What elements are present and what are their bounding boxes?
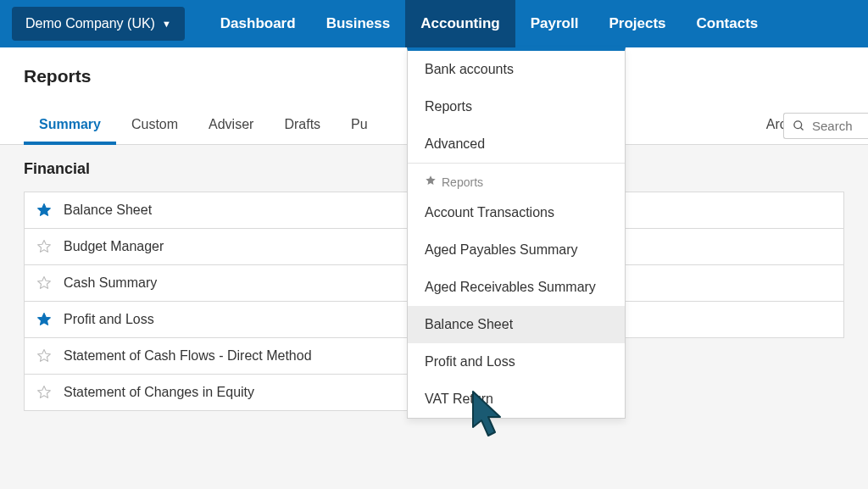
dropdown-item[interactable]: Aged Receivables Summary [408,269,625,306]
report-label: Statement of Cash Flows - Direct Method [64,348,312,364]
search-input[interactable] [812,119,860,133]
nav-dashboard[interactable]: Dashboard [205,0,311,47]
report-label: Cash Summary [64,275,157,291]
caret-down-icon: ▼ [162,19,171,29]
tab-drafts[interactable]: Drafts [269,108,336,144]
star-icon[interactable] [36,385,52,400]
search-icon [793,119,805,132]
tab-published[interactable]: Pu [336,108,383,144]
search-box[interactable] [783,113,868,139]
report-row[interactable]: Budget Manager [24,228,430,265]
svg-line-1 [800,127,803,130]
report-label: Budget Manager [64,239,164,254]
nav-business[interactable]: Business [311,0,406,47]
tab-summary[interactable]: Summary [24,108,116,144]
star-icon[interactable] [36,275,52,291]
dropdown-section-header: Reports [408,163,625,194]
report-label: Statement of Changes in Equity [64,385,254,400]
org-switcher[interactable]: Demo Company (UK) ▼ [12,7,185,41]
dropdown-item[interactable]: Profit and Loss [408,343,625,381]
accounting-dropdown: Bank accountsReportsAdvancedReportsAccou… [407,47,626,419]
dropdown-item[interactable]: VAT Return [408,381,625,418]
dropdown-item[interactable]: Bank accounts [408,51,625,88]
top-nav: Demo Company (UK) ▼ Dashboard Business A… [0,0,868,47]
star-icon[interactable] [36,348,52,364]
dropdown-item[interactable]: Balance Sheet [408,306,625,343]
tab-adviser[interactable]: Adviser [193,108,269,144]
dropdown-item[interactable]: Aged Payables Summary [408,231,625,269]
tab-custom[interactable]: Custom [116,108,193,144]
star-icon[interactable] [36,312,52,327]
nav-contacts[interactable]: Contacts [682,0,774,47]
nav-accounting[interactable]: Accounting [405,0,515,47]
report-col-left: Balance SheetBudget ManagerCash SummaryP… [24,192,430,411]
star-icon [425,175,437,189]
dropdown-section-label: Reports [442,175,483,189]
nav-payroll[interactable]: Payroll [515,0,594,47]
report-label: Profit and Loss [64,312,154,327]
dropdown-item[interactable]: Account Transactions [408,194,625,231]
org-name: Demo Company (UK) [25,16,155,31]
report-row[interactable]: Balance Sheet [24,192,430,229]
dropdown-item[interactable]: Advanced [408,125,625,163]
report-row[interactable]: Statement of Cash Flows - Direct Method [24,337,430,375]
report-label: Balance Sheet [64,203,152,218]
svg-point-0 [794,121,802,129]
report-row[interactable]: Statement of Changes in Equity [24,374,430,411]
report-row[interactable]: Cash Summary [24,264,430,302]
nav-projects[interactable]: Projects [593,0,681,47]
dropdown-item[interactable]: Reports [408,88,625,125]
star-icon[interactable] [36,239,52,254]
report-row[interactable]: Profit and Loss [24,301,430,338]
star-icon[interactable] [36,203,52,218]
